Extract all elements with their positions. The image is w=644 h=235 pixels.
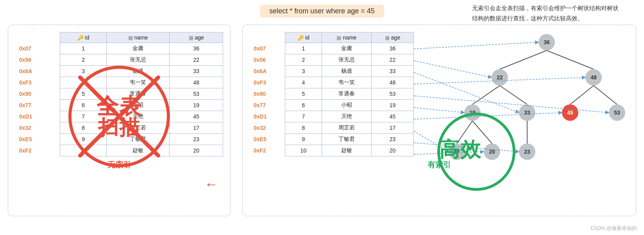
cell-age: 19 xyxy=(372,100,414,111)
cell-name: 小昭 xyxy=(322,100,371,111)
index-table-section: 🔑 id ▦ name ▦ age 0x07 1 金庸 36 0x56 2 张无… xyxy=(250,30,414,156)
gaoxiao-text: 高效 xyxy=(439,136,481,163)
tree-node-19: 19 xyxy=(464,104,481,121)
cell-age: 45 xyxy=(372,111,414,122)
tree-nodes: 36224819334553172023 xyxy=(414,30,629,210)
table-row: 0xE5 9 丁敏君 23 xyxy=(15,134,223,145)
cell-addr: 0xF2 xyxy=(250,145,285,156)
table-row: 0xF3 4 韦一笑 48 xyxy=(250,77,414,88)
th-age: ▦ age xyxy=(170,32,223,43)
cell-name: 赵敏 xyxy=(106,145,169,156)
table-row: 0x77 6 小昭 19 xyxy=(250,100,414,111)
cell-name: 张无忌 xyxy=(106,54,169,66)
cell-id: 6 xyxy=(285,100,322,111)
cell-age: 36 xyxy=(170,43,223,54)
has-index-panel: 🔑 id ▦ name ▦ age 0x07 1 金庸 36 0x56 2 张无… xyxy=(242,25,636,216)
watermark: CSDN @做最幸福的 xyxy=(590,225,637,232)
cell-name: 韦一笑 xyxy=(106,77,169,88)
table-row: 0x90 5 常遇春 53 xyxy=(15,88,223,100)
cell-addr: 0x90 xyxy=(15,88,60,100)
tree-node-45: 45 xyxy=(562,104,578,121)
cell-id: 9 xyxy=(60,134,107,145)
table-row: 0x07 1 金庸 36 xyxy=(15,43,223,54)
table-row: 0xD1 7 灭绝 45 xyxy=(250,111,414,122)
cell-age: 23 xyxy=(170,134,223,145)
cell-name: 金庸 xyxy=(106,43,169,54)
cell-addr: 0xE5 xyxy=(250,134,285,145)
cell-age: 22 xyxy=(372,54,414,66)
cell-age: 22 xyxy=(170,54,223,66)
cell-id: 7 xyxy=(285,111,322,122)
query-keyword: age = 45 xyxy=(347,7,375,15)
tree-node-53: 53 xyxy=(609,104,625,121)
cell-age: 53 xyxy=(372,88,414,100)
cell-id: 1 xyxy=(285,43,322,54)
cell-name: 灭绝 xyxy=(322,111,371,122)
tree-node-48: 48 xyxy=(585,69,602,86)
cell-id: 6 xyxy=(60,100,107,111)
cell-addr: 0x56 xyxy=(250,54,285,66)
tree-node-22: 22 xyxy=(492,69,508,86)
cell-id: 3 xyxy=(60,66,107,77)
cell-addr: 0xD1 xyxy=(15,111,60,122)
cell-age: 33 xyxy=(170,66,223,77)
cell-name: 张无忌 xyxy=(322,54,371,66)
no-index-table: 🔑 id ▦ name ▦ age 0x07 1 金庸 36 0x56 2 张无… xyxy=(15,32,223,156)
cell-addr: 0x56 xyxy=(15,54,60,66)
cell-name: 周芷若 xyxy=(106,122,169,134)
cell-id: 10 xyxy=(60,145,107,156)
arrow-indicator: ← xyxy=(204,176,218,192)
cell-name: 赵敏 xyxy=(322,145,371,156)
cell-addr: 0xE5 xyxy=(15,134,60,145)
cell-name: 金庸 xyxy=(322,43,371,54)
cell-addr: 0x32 xyxy=(15,122,60,134)
table-row: 0x07 1 金庸 36 xyxy=(250,43,414,54)
cell-id: 4 xyxy=(285,77,322,88)
cell-addr: 0xD1 xyxy=(250,111,285,122)
cell-name: 丁敏君 xyxy=(322,134,371,145)
no-index-label: 无索引 xyxy=(15,160,223,170)
th-name: ▦ name xyxy=(106,32,169,43)
cell-name: 常遇春 xyxy=(106,88,169,100)
cell-id: 8 xyxy=(285,122,322,134)
cell-age: 20 xyxy=(372,145,414,156)
cell-id: 8 xyxy=(60,122,107,134)
cell-id: 2 xyxy=(285,54,322,66)
cell-addr: 0xF3 xyxy=(250,77,285,88)
cell-id: 4 xyxy=(60,77,107,88)
cell-name: 丁敏君 xyxy=(106,134,169,145)
query-prefix: select * from user where xyxy=(269,7,347,15)
cell-age: 48 xyxy=(372,77,414,88)
cell-addr: 0x77 xyxy=(15,100,60,111)
cell-name: 韦一笑 xyxy=(322,77,371,88)
cell-addr: 0x07 xyxy=(15,43,60,54)
cell-addr: 0x6A xyxy=(250,66,285,77)
table-row: 0x56 2 张无忌 22 xyxy=(15,54,223,66)
cell-addr: 0x90 xyxy=(250,88,285,100)
cell-addr: 0x07 xyxy=(250,43,285,54)
table-row: 0x32 8 周芷若 17 xyxy=(15,122,223,134)
tree-node-33: 33 xyxy=(519,104,535,121)
cell-id: 10 xyxy=(285,145,322,156)
cell-age: 17 xyxy=(170,122,223,134)
cell-name: 小昭 xyxy=(106,100,169,111)
table-row: 0x6A 3 杨逍 33 xyxy=(250,66,414,77)
table-row: 0xE5 9 丁敏君 23 xyxy=(250,134,414,145)
cell-name: 灭绝 xyxy=(106,111,169,122)
table-row: 0x6A 3 杨逍 33 xyxy=(15,66,223,77)
table-row: 0x90 5 常遇春 53 xyxy=(250,88,414,100)
cell-id: 9 xyxy=(285,134,322,145)
cell-age: 33 xyxy=(372,66,414,77)
cell-id: 5 xyxy=(60,88,107,100)
cell-name: 周芷若 xyxy=(322,122,371,134)
cell-addr: 0xF3 xyxy=(15,77,60,88)
cell-age: 20 xyxy=(170,145,223,156)
tree-section: 36224819334553172023 高效 xyxy=(414,30,629,156)
cell-age: 19 xyxy=(170,100,223,111)
cell-id: 1 xyxy=(60,43,107,54)
table-row: 0xF2 10 赵敏 20 xyxy=(15,145,223,156)
cell-name: 杨逍 xyxy=(322,66,371,77)
cell-age: 48 xyxy=(170,77,223,88)
no-index-panel: 🔑 id ▦ name ▦ age 0x07 1 金庸 36 0x56 2 张无… xyxy=(8,25,231,216)
cell-name: 常遇春 xyxy=(322,88,371,100)
